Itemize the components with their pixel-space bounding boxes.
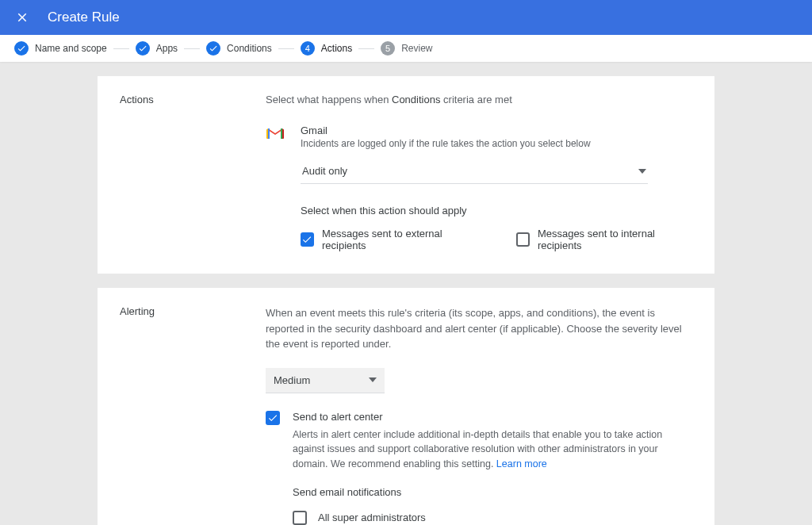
step-name-scope[interactable]: Name and scope <box>14 41 107 56</box>
intro-text: criteria are met <box>440 94 511 105</box>
step-divider <box>278 48 294 49</box>
checkbox-label: Messages sent to external recipients <box>322 228 480 251</box>
actions-card: Actions Select what happens when Conditi… <box>98 76 714 274</box>
alerting-intro: When an event meets this rule's criteria… <box>266 305 692 352</box>
step-number-icon: 4 <box>301 41 315 56</box>
email-notifications-heading: Send email notifications <box>293 486 692 498</box>
checkbox-send-alert[interactable] <box>266 411 280 425</box>
checkbox-internal[interactable]: Messages sent to internal recipients <box>516 228 692 251</box>
send-alert-description: Alerts in alert center include additiona… <box>293 427 692 472</box>
send-alert-label: Send to alert center <box>293 411 692 423</box>
step-label: Actions <box>321 43 352 54</box>
step-label: Review <box>401 43 432 54</box>
checkbox-icon <box>516 232 530 247</box>
step-conditions[interactable]: Conditions <box>206 41 272 56</box>
check-icon <box>267 412 278 423</box>
checkbox-external[interactable]: Messages sent to external recipients <box>301 228 480 251</box>
dropdown-icon <box>369 376 377 384</box>
actions-intro: Select what happens when Conditions crit… <box>266 94 692 105</box>
intro-bold: Conditions <box>392 94 440 105</box>
checkbox-label: Messages sent to internal recipients <box>538 228 692 251</box>
step-review[interactable]: 5 Review <box>381 41 432 56</box>
step-apps[interactable]: Apps <box>136 41 178 56</box>
step-divider <box>358 48 374 49</box>
step-number-icon: 5 <box>381 41 395 56</box>
severity-select[interactable]: Medium <box>266 368 385 393</box>
desc-text: Alerts in alert center include additiona… <box>293 429 662 470</box>
step-label: Name and scope <box>35 43 107 54</box>
checkbox-icon <box>301 232 314 247</box>
app-name: Gmail <box>301 125 692 136</box>
gmail-icon <box>266 126 285 143</box>
checkbox-all-admins[interactable] <box>293 511 307 525</box>
step-actions[interactable]: 4 Actions <box>301 41 352 56</box>
dropdown-icon <box>638 167 646 175</box>
stepper: Name and scope Apps Conditions 4 Actions… <box>0 35 812 62</box>
section-heading: Alerting <box>120 305 266 525</box>
select-value: Audit only <box>302 165 347 177</box>
step-divider <box>184 48 200 49</box>
app-description: Incidents are logged only if the rule ta… <box>301 138 692 149</box>
alerting-card: Alerting When an event meets this rule's… <box>98 288 714 525</box>
section-heading: Actions <box>120 94 266 251</box>
check-icon <box>209 44 218 53</box>
step-divider <box>113 48 129 49</box>
page-title: Create Rule <box>48 10 120 25</box>
close-icon <box>15 10 29 25</box>
step-label: Apps <box>156 43 178 54</box>
step-label: Conditions <box>227 43 272 54</box>
action-select[interactable]: Audit only <box>301 159 648 184</box>
select-value: Medium <box>274 374 310 386</box>
check-icon <box>138 44 147 53</box>
close-button[interactable] <box>13 8 32 27</box>
learn-more-link[interactable]: Learn more <box>496 458 547 469</box>
all-admins-label: All super administrators <box>318 512 426 523</box>
apply-heading: Select when this action should apply <box>301 205 692 217</box>
check-icon <box>17 44 26 53</box>
intro-text: Select what happens when <box>266 94 392 105</box>
